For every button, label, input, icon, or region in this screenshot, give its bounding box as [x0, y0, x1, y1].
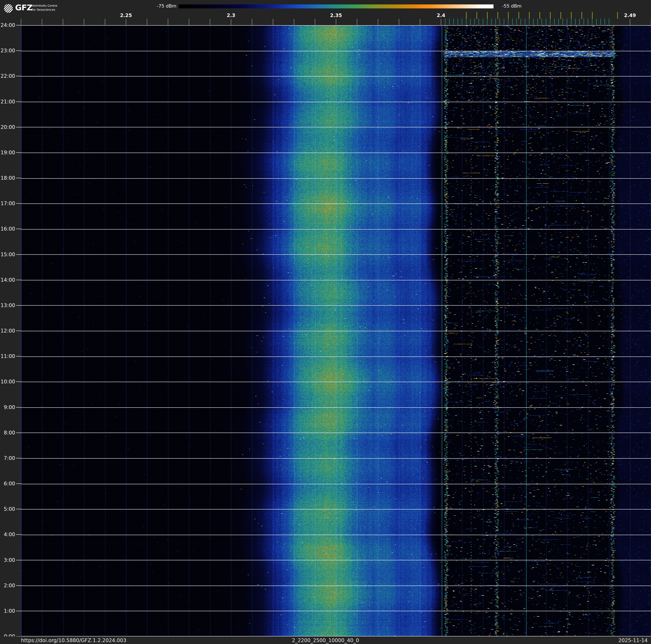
freq-tick [252, 19, 252, 25]
hour-tick [16, 534, 21, 535]
hour-tick [16, 280, 21, 280]
freq-tick [231, 19, 231, 25]
bluetooth-channel-tick [495, 19, 496, 25]
bluetooth-channel-tick [584, 19, 584, 25]
bluetooth-channel-tick [529, 19, 529, 25]
freq-tick [315, 19, 315, 25]
hour-tick [16, 51, 21, 51]
freq-tick [420, 19, 420, 25]
hour-tick [16, 356, 21, 356]
wifi-channel-tick [592, 12, 593, 19]
hour-tick [16, 509, 21, 509]
freq-tick [168, 19, 168, 25]
wifi-channel-tick [550, 12, 551, 19]
wifi-channel-tick [487, 12, 488, 19]
bluetooth-channel-tick [575, 19, 576, 25]
time-axis-label: 22:00 [0, 73, 15, 79]
bluetooth-channel-tick [600, 19, 601, 25]
bluetooth-channel-tick [592, 19, 592, 25]
bluetooth-channel-tick [558, 19, 559, 25]
hour-tick [16, 203, 21, 204]
wifi-channel-tick [617, 12, 618, 19]
bluetooth-channel-tick [500, 19, 500, 25]
bluetooth-channel-tick [462, 19, 462, 25]
bluetooth-channel-tick [537, 19, 538, 25]
dataset-name: 2_2200_2500_10000_40_0 [0, 638, 651, 643]
bluetooth-channel-tick [517, 19, 517, 25]
freq-tick [189, 19, 189, 25]
freq-tick [378, 19, 378, 25]
hour-tick [16, 305, 21, 305]
bluetooth-channel-tick [445, 19, 445, 25]
freq-tick [42, 19, 42, 25]
hour-tick [16, 585, 21, 586]
freq-tick [357, 19, 357, 25]
freq-tick [336, 19, 336, 25]
hour-tick [16, 407, 21, 408]
bluetooth-channel-tick [483, 19, 483, 25]
time-axis-label: 5:00 [0, 506, 15, 512]
wifi-channel-tick [466, 12, 467, 19]
wifi-channel-tick [582, 12, 582, 19]
time-axis-label: 3:00 [0, 557, 15, 563]
time-axis-label: 4:00 [0, 531, 15, 537]
time-axis-label: 13:00 [0, 302, 15, 308]
wifi-channel-tick [476, 12, 477, 19]
time-axis-label: 9:00 [0, 404, 15, 410]
freq-tick [105, 19, 105, 25]
freq-axis-label: 2.35 [327, 12, 345, 18]
time-axis-label: 2:00 [0, 583, 15, 588]
hour-tick [16, 254, 21, 255]
bluetooth-channel-tick [512, 19, 513, 25]
freq-tick [126, 19, 126, 25]
bluetooth-channel-tick [487, 19, 488, 25]
hour-tick [16, 381, 21, 382]
hour-tick [16, 611, 21, 611]
time-axis-label: 23:00 [0, 48, 15, 54]
bluetooth-channel-tick [604, 19, 605, 25]
spectrogram-page: GFZ Helmholtz Centre for Geosciences -75… [0, 0, 651, 644]
time-axis: 24:0023:0022:0021:0020:0019:0018:0017:00… [0, 0, 21, 644]
time-axis-label: 20:00 [0, 124, 15, 130]
wifi-channel-tick [571, 12, 571, 19]
date-text: 2025-11-14 [618, 638, 648, 643]
bluetooth-channel-tick [454, 19, 454, 25]
bluetooth-channel-tick [609, 19, 609, 25]
wifi-channel-tick [508, 12, 508, 19]
time-axis-label: 21:00 [0, 99, 15, 105]
bluetooth-channel-tick [521, 19, 521, 25]
freq-tick [630, 19, 630, 25]
time-axis-label: 19:00 [0, 150, 15, 155]
freq-axis-label: 2.25 [117, 12, 135, 18]
time-axis-label: 11:00 [0, 353, 15, 359]
freq-tick [441, 19, 441, 25]
bluetooth-channel-tick [491, 19, 492, 25]
bluetooth-channel-tick [567, 19, 567, 25]
bluetooth-channel-tick [504, 19, 504, 25]
freq-tick [399, 19, 399, 25]
spectrogram-canvas [21, 25, 651, 637]
time-axis-label: 24:00 [0, 22, 15, 28]
bluetooth-channel-tick [571, 19, 571, 25]
bluetooth-channel-tick [541, 19, 542, 25]
hour-tick [16, 229, 21, 229]
bluetooth-channel-tick [554, 19, 555, 25]
bluetooth-channel-tick [563, 19, 563, 25]
hour-tick [16, 433, 21, 433]
bluetooth-channel-tick [588, 19, 588, 25]
bluetooth-channel-tick [525, 19, 525, 25]
freq-axis-label: 2.4 [432, 12, 451, 18]
hour-tick [16, 152, 21, 153]
bluetooth-channel-tick [470, 19, 471, 25]
time-axis-label: 10:00 [0, 379, 15, 385]
hour-tick [16, 560, 21, 560]
freq-tick [63, 19, 63, 25]
freq-tick [210, 19, 210, 25]
time-axis-label: 17:00 [0, 201, 15, 206]
time-axis-label: 1:00 [0, 608, 15, 614]
freq-tick [273, 19, 273, 25]
bluetooth-channel-tick [458, 19, 458, 25]
hour-tick [16, 458, 21, 459]
wifi-channel-tick [539, 12, 540, 19]
hour-tick [16, 25, 21, 25]
